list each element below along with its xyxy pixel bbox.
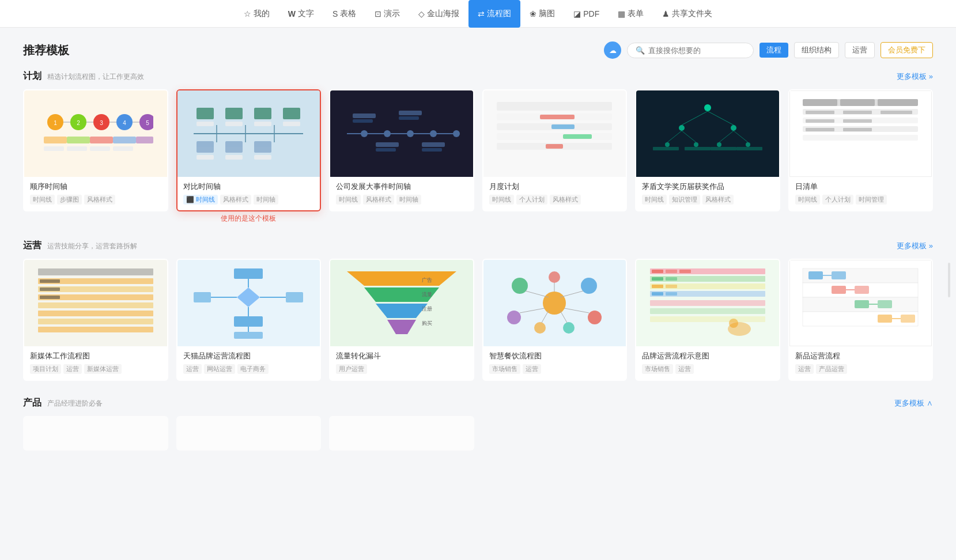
thumb-svg-ops-2 (188, 266, 309, 340)
template-card-ops-4[interactable]: 智慧餐饮流程图 市场销售 运营 (482, 259, 628, 381)
tag-2: 步骤图 (57, 195, 82, 205)
svg-rect-78 (685, 147, 711, 150)
template-info-plan-1: 顺序时间轴 时间线 步骤图 风格样式 (24, 177, 167, 210)
section-product-title-row: 产品 产品经理进阶必备 (23, 397, 103, 409)
template-card-product-placeholder[interactable] (23, 416, 168, 451)
vip-btn[interactable]: 会员免费下 (881, 42, 933, 58)
nav-item-form[interactable]: ▦ 表单 (609, 0, 653, 28)
table-icon: S (332, 9, 338, 18)
nav-item-present[interactable]: ⊡ 演示 (365, 0, 409, 28)
svg-text:广告: 广告 (422, 277, 432, 283)
section-ops-header: 运营 运营技能分享，运营套路拆解 更多模板 » (23, 240, 933, 252)
nav-item-mind[interactable]: ❀ 脑图 (520, 0, 564, 28)
svg-rect-104 (40, 279, 60, 283)
template-card-plan-1[interactable]: 1 2 3 4 5 (23, 89, 168, 211)
template-card-ops-2[interactable]: 天猫品牌运营流程图 运营 网站运营 电子商务 (176, 259, 322, 381)
tag-1: 运营 (795, 364, 814, 374)
template-card-product-placeholder-3[interactable] (329, 416, 474, 451)
thumb-ops-6 (789, 260, 932, 346)
svg-rect-34 (283, 122, 300, 126)
svg-rect-102 (38, 319, 153, 324)
template-card-ops-3[interactable]: 广告 流量 注册 购买 流量转化漏斗 用户运营 (329, 259, 474, 381)
svg-rect-145 (652, 270, 663, 273)
tag-2: 个人计划 (516, 195, 547, 205)
nav-item-text[interactable]: W 文字 (279, 0, 323, 28)
template-card-plan-3[interactable]: 公司发展大事件时间轴 时间线 风格样式 时间轴 (329, 89, 474, 211)
template-card-ops-5[interactable]: 品牌运营流程示意图 市场销售 运营 (635, 259, 780, 381)
section-ops-title-row: 运营 运营技能分享，运营套路拆解 (23, 240, 137, 252)
svg-rect-88 (878, 99, 918, 106)
template-card-ops-6[interactable]: 新品运营流程 运营 产品运营 (788, 259, 934, 381)
svg-rect-60 (540, 115, 575, 119)
tag-2: 运营 (675, 364, 694, 374)
svg-rect-154 (650, 300, 765, 306)
nav-item-flow[interactable]: ⇄ 流程图 (468, 0, 520, 28)
svg-text:1: 1 (54, 120, 57, 126)
svg-point-131 (534, 322, 546, 334)
svg-rect-106 (40, 296, 60, 299)
thumb-ops-1 (24, 260, 167, 346)
template-tags-ops-3: 用户运营 (336, 364, 467, 374)
nav-item-share[interactable]: ♟ 共享文件夹 (653, 0, 721, 28)
filter-tab-flow[interactable]: 流程 (759, 43, 788, 58)
nav-item-table[interactable]: S 表格 (323, 0, 365, 28)
section-ops-more[interactable]: 更多模板 » (897, 241, 933, 251)
svg-rect-152 (652, 292, 663, 296)
tag-2: 知识管理 (669, 195, 700, 205)
svg-rect-48 (353, 119, 373, 123)
user-icon-btn[interactable]: ☁ (604, 41, 621, 59)
section-plan-more[interactable]: 更多模板 » (897, 71, 933, 82)
template-card-ops-1[interactable]: 新媒体工作流程图 项目计划 运营 新媒体运营 (23, 259, 168, 381)
svg-line-138 (542, 311, 549, 323)
thumb-svg-ops-1 (35, 266, 156, 340)
section-product-subtitle: 产品经理进阶必备 (47, 399, 103, 408)
section-product-more[interactable]: 更多模板 ∧ (894, 398, 933, 408)
template-tags-plan-2: ⬛ 时间线 风格样式 时间轴 (183, 195, 315, 205)
svg-point-126 (543, 292, 566, 315)
section-plan-subtitle: 精选计划流程图，让工作更高效 (47, 72, 144, 82)
template-name-plan-2: 对比时间轴 (183, 181, 315, 192)
tag-1: 用户运营 (336, 364, 367, 374)
template-card-plan-5[interactable]: 茅盾文学奖历届获奖作品 时间线 知识管理 风格样式 (635, 89, 780, 211)
template-name-plan-1: 顺序时间轴 (30, 181, 161, 192)
template-name-ops-3: 流量转化漏斗 (336, 351, 467, 361)
tag-2: 运营 (523, 364, 541, 374)
template-card-product-placeholder-2[interactable] (176, 416, 322, 451)
nav-item-my[interactable]: ☆ 我的 (235, 0, 279, 28)
template-tags-plan-6: 时间线 个人计划 时间管理 (795, 195, 927, 205)
svg-rect-14 (44, 137, 67, 143)
filter-tab-org[interactable]: 组织结构 (794, 42, 839, 58)
filter-tab-ops[interactable]: 运营 (845, 42, 875, 58)
svg-rect-89 (806, 111, 834, 114)
svg-rect-32 (254, 122, 271, 126)
nav-item-poster[interactable]: ◇ 金山海报 (409, 0, 468, 28)
nav-label-text: 文字 (298, 9, 314, 19)
svg-rect-100 (38, 302, 153, 308)
template-info-ops-6: 新品运营流程 运营 产品运营 (789, 346, 932, 380)
svg-point-42 (361, 130, 368, 137)
search-box[interactable]: 🔍 (627, 43, 754, 58)
nav-label-pdf: PDF (583, 9, 599, 18)
my-icon: ☆ (244, 9, 251, 18)
thumb-ops-4 (483, 260, 626, 346)
svg-rect-40 (254, 155, 271, 160)
svg-line-137 (564, 308, 589, 313)
svg-rect-113 (286, 292, 303, 302)
template-card-plan-6[interactable]: 日清单 时间线 个人计划 时间管理 (788, 89, 934, 211)
svg-rect-37 (225, 141, 243, 153)
svg-rect-63 (546, 144, 563, 149)
svg-rect-172 (878, 315, 892, 323)
template-card-plan-4[interactable]: 月度计划 时间线 个人计划 风格样式 (482, 89, 628, 211)
flow-icon: ⇄ (478, 9, 485, 18)
tag-style: 风格样式 (220, 195, 251, 205)
main-content: 推荐模板 ☁ 🔍 流程 组织结构 运营 会员免费下 计划 精选计划流程图，让工作… (0, 28, 956, 560)
svg-rect-101 (38, 311, 153, 316)
thumb-plan-3 (330, 90, 473, 177)
search-input[interactable] (648, 46, 745, 55)
plan-template-grid: 1 2 3 4 5 (23, 89, 933, 211)
nav-item-pdf[interactable]: ◪ PDF (564, 0, 609, 28)
svg-point-132 (563, 322, 575, 334)
svg-rect-86 (803, 99, 837, 106)
svg-point-64 (704, 104, 711, 111)
template-card-plan-2[interactable]: 对比时间轴 ⬛ 时间线 风格样式 时间轴 (176, 89, 322, 211)
